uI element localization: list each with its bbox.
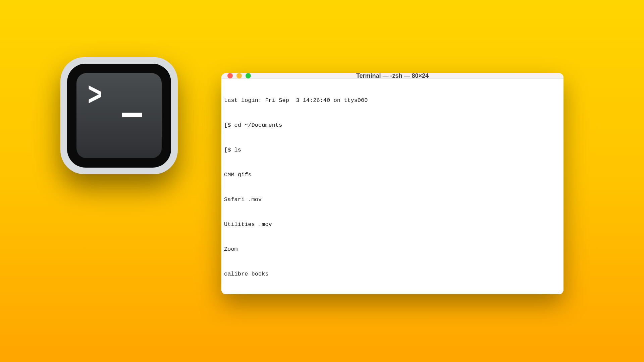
window-titlebar[interactable]: Terminal — -zsh — 80×24	[221, 73, 564, 79]
terminal-line: CMM gifs	[224, 171, 561, 179]
prompt-icon: >	[88, 85, 102, 109]
terminal-line: Last login: Fri Sep 3 14:26:40 on ttys00…	[224, 97, 561, 105]
terminal-line: [$ ls	[224, 146, 561, 155]
terminal-line: Utilities .mov	[224, 221, 561, 229]
terminal-line: [$ cd ~/Documents	[224, 121, 561, 130]
terminal-icon-screen: >	[76, 73, 162, 158]
terminal-window[interactable]: Terminal — -zsh — 80×24 Last login: Fri …	[221, 73, 564, 294]
traffic-lights	[221, 73, 251, 78]
window-title: Terminal — -zsh — 80×24	[221, 73, 564, 79]
terminal-icon-frame: >	[67, 64, 171, 168]
terminal-line: Safari .mov	[224, 196, 561, 204]
terminal-output[interactable]: Last login: Fri Sep 3 14:26:40 on ttys00…	[221, 79, 564, 294]
terminal-app-icon: >	[60, 57, 178, 174]
close-button[interactable]	[227, 73, 233, 78]
minimize-button[interactable]	[236, 73, 242, 78]
terminal-line: calibre books	[224, 270, 561, 279]
terminal-line: Zoom	[224, 245, 561, 254]
maximize-button[interactable]	[246, 73, 251, 78]
